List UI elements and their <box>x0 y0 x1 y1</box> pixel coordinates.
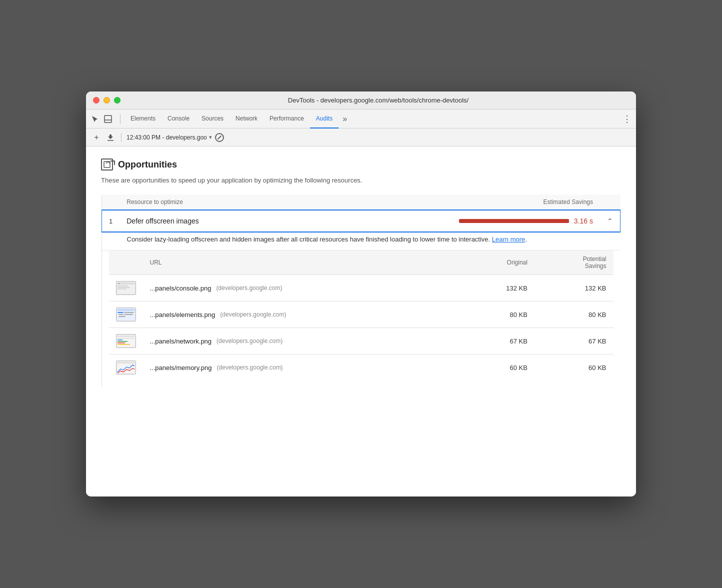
svg-rect-18 <box>118 336 134 337</box>
row-label: Defer offscreen images <box>120 210 296 232</box>
learn-more-link[interactable]: Learn more <box>492 236 525 243</box>
description-text: Consider lazy-loading offscreen and hidd… <box>127 236 492 243</box>
sub-table-row-3: ...panels/memory.png (developers.google.… <box>109 354 614 381</box>
thumb-memory <box>116 360 136 374</box>
svg-rect-19 <box>118 338 134 339</box>
thumb-cell-2 <box>109 328 143 354</box>
sub-table-row-0: ...panels/console.png (developers.google… <box>109 275 614 302</box>
sub-col-url: URL <box>143 250 460 275</box>
url-domain-0: (developers.google.com) <box>216 284 282 292</box>
savings-cell-1: 80 KB <box>534 302 614 328</box>
savings-cell-0: 132 KB <box>534 275 614 302</box>
sub-table-row-2: ...panels/network.png (developers.google… <box>109 328 614 354</box>
close-button[interactable] <box>93 97 100 104</box>
add-button[interactable]: + <box>91 132 102 143</box>
tab-elements[interactable]: Elements <box>124 110 162 128</box>
url-domain-2: (developers.google.com) <box>216 338 282 344</box>
defer-offscreen-row[interactable]: 1 Defer offscreen images 3.16 s ⌃ <box>102 210 620 232</box>
thumb-network <box>116 334 136 348</box>
download-button[interactable] <box>105 132 116 143</box>
description-cell: Consider lazy-loading offscreen and hidd… <box>102 232 620 250</box>
section-title: Opportunities <box>118 160 177 170</box>
audit-table-header-row: Resource to optimize Estimated Savings <box>102 194 620 210</box>
tab-divider <box>120 114 120 124</box>
tab-performance[interactable]: Performance <box>264 110 310 128</box>
url-domain-3: (developers.google.com) <box>217 364 283 371</box>
sub-table-wrapper: URL Original Potential Savings <box>102 250 620 388</box>
title-bar: DevTools - developers.google.com/web/too… <box>86 92 636 110</box>
original-cell-2: 67 KB <box>460 328 534 354</box>
sub-col-savings: Potential Savings <box>534 250 614 275</box>
tab-sources[interactable]: Sources <box>196 110 230 128</box>
description-period: . <box>525 236 527 243</box>
sub-col-thumb <box>109 250 143 275</box>
row-number: 1 <box>102 210 120 232</box>
url-name-2: ...panels/network.png <box>150 338 212 345</box>
url-cell-2: ...panels/network.png (developers.google… <box>143 328 460 354</box>
savings-value: 3.16 s <box>574 217 593 225</box>
svg-rect-12 <box>118 312 124 313</box>
thumb-cell-0 <box>109 275 143 302</box>
devtools-menu-button[interactable]: ⋮ <box>622 114 632 124</box>
more-tabs-button[interactable]: » <box>338 114 351 124</box>
url-cell-3: ...panels/memory.png (developers.google.… <box>143 354 460 381</box>
devtools-tabs-bar: Elements Console Sources Network Perform… <box>86 110 636 128</box>
sub-col-original: Original <box>460 250 534 275</box>
svg-rect-16 <box>118 316 126 317</box>
svg-rect-2 <box>108 140 114 141</box>
sub-table: URL Original Potential Savings <box>109 250 614 380</box>
maximize-button[interactable] <box>114 97 120 104</box>
opportunities-icon <box>101 158 113 170</box>
devtools-window: DevTools - developers.google.com/web/too… <box>86 92 636 496</box>
sub-table-row-1: ...panels/elements.png (developers.googl… <box>109 302 614 328</box>
original-cell-0: 132 KB <box>460 275 534 302</box>
svg-rect-22 <box>118 342 125 344</box>
original-cell-3: 60 KB <box>460 354 534 381</box>
dock-icon[interactable] <box>103 114 113 124</box>
chevron-up-icon[interactable]: ⌃ <box>607 217 613 225</box>
minimize-button[interactable] <box>104 97 110 104</box>
col-number <box>102 194 120 210</box>
url-cell-1: ...panels/elements.png (developers.googl… <box>143 302 460 328</box>
url-name-3: ...panels/memory.png <box>150 364 212 372</box>
col-resource: Resource to optimize <box>120 194 296 210</box>
svg-rect-21 <box>118 341 128 342</box>
svg-rect-25 <box>118 362 134 364</box>
original-cell-1: 80 KB <box>460 302 534 328</box>
svg-point-6 <box>118 283 119 284</box>
audit-table: Resource to optimize Estimated Savings 1… <box>101 194 621 388</box>
cursor-icon[interactable] <box>90 114 100 124</box>
url-domain-1: (developers.google.com) <box>220 311 286 318</box>
savings-cell-2: 67 KB <box>534 328 614 354</box>
tab-audits[interactable]: Audits <box>310 110 338 128</box>
no-entry-icon[interactable] <box>215 133 224 142</box>
svg-rect-5 <box>118 282 134 284</box>
svg-rect-14 <box>118 314 124 315</box>
main-content: Opportunities These are opportunities to… <box>86 146 636 496</box>
svg-rect-0 <box>104 116 112 122</box>
section-header: Opportunities <box>101 158 621 170</box>
sub-table-row: URL Original Potential Savings <box>102 250 620 388</box>
row-chevron-cell: ⌃ <box>600 210 620 232</box>
url-name-0: ...panels/console.png <box>150 284 212 292</box>
tab-network[interactable]: Network <box>230 110 264 128</box>
savings-bar <box>459 219 569 223</box>
svg-rect-8 <box>118 287 130 288</box>
svg-rect-20 <box>118 340 122 340</box>
row-savings-cell: 3.16 s <box>296 210 600 232</box>
sub-table-cell: URL Original Potential Savings <box>102 250 620 388</box>
description-row: Consider lazy-loading offscreen and hidd… <box>102 232 620 250</box>
col-toggle <box>600 194 620 210</box>
svg-rect-13 <box>124 312 134 313</box>
traffic-lights <box>93 97 120 104</box>
thumb-elements <box>116 308 136 322</box>
url-cell-0: ...panels/console.png (developers.google… <box>143 275 460 302</box>
thumb-cell-1 <box>109 302 143 328</box>
url-text: 12:43:00 PM - developers.goo <box>126 134 207 141</box>
tab-console[interactable]: Console <box>162 110 196 128</box>
url-chip[interactable]: 12:43:00 PM - developers.goo ▾ <box>126 134 212 141</box>
toolbar-divider <box>121 133 122 142</box>
savings-cell-3: 60 KB <box>534 354 614 381</box>
toolbar: + 12:43:00 PM - developers.goo ▾ <box>86 128 636 146</box>
svg-rect-23 <box>118 344 130 345</box>
